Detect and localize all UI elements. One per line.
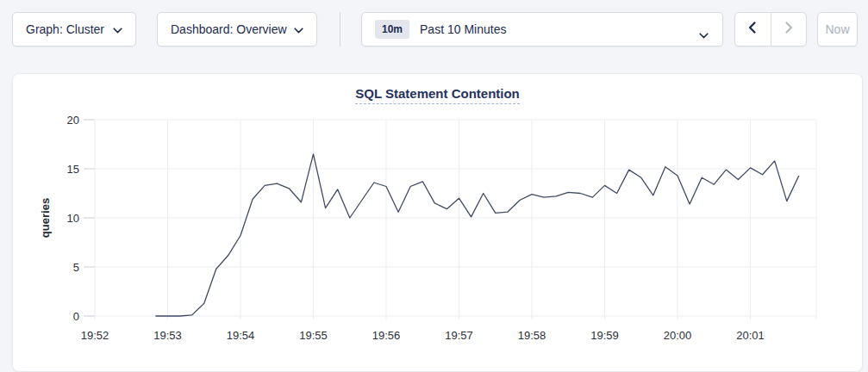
- x-tick-label: 19:55: [299, 329, 328, 342]
- x-tick-label: 19:54: [227, 329, 255, 342]
- step-forward-button[interactable]: [771, 13, 807, 46]
- x-tick-label: 19:56: [372, 329, 401, 342]
- sql-statement-contention-chart[interactable]: 0510152019:5219:5319:5419:5519:5619:5719…: [13, 107, 862, 371]
- graph-dropdown[interactable]: Graph: Cluster: [12, 12, 136, 46]
- x-tick-label: 20:00: [664, 329, 692, 342]
- x-tick-label: 20:01: [736, 329, 765, 342]
- chevron-down-icon: [699, 28, 709, 41]
- x-tick-label: 19:57: [445, 329, 473, 342]
- x-tick-label: 19:58: [518, 329, 546, 342]
- y-axis-title: queries: [39, 198, 52, 238]
- y-tick-label: 20: [67, 114, 79, 127]
- chevron-down-icon: [113, 22, 122, 36]
- y-tick-label: 10: [67, 212, 79, 225]
- toolbar-divider: [340, 12, 340, 46]
- y-tick-label: 0: [73, 310, 79, 323]
- now-button[interactable]: Now: [817, 12, 858, 46]
- chart-card: SQL Statement Contention 0510152019:5219…: [12, 73, 863, 372]
- chevron-left-icon: [746, 21, 759, 38]
- metrics-toolbar: Graph: Cluster Dashboard: Overview 10m P…: [0, 0, 868, 59]
- chevron-right-icon: [783, 21, 795, 38]
- time-window-label: Past 10 Minutes: [420, 22, 506, 36]
- y-tick-label: 15: [67, 163, 79, 176]
- dashboard-dropdown[interactable]: Dashboard: Overview: [157, 12, 317, 46]
- dashboard-dropdown-label: Dashboard: Overview: [171, 22, 287, 36]
- x-tick-label: 19:52: [81, 329, 109, 342]
- chart-title-row: SQL Statement Contention: [13, 74, 862, 107]
- graph-dropdown-label: Graph: Cluster: [26, 22, 104, 36]
- series-line-queries: [155, 154, 798, 316]
- time-step-controls: [734, 12, 807, 46]
- time-window-badge: 10m: [375, 20, 409, 39]
- time-range-picker[interactable]: 10m Past 10 Minutes: [361, 12, 723, 46]
- step-back-button[interactable]: [735, 13, 771, 46]
- chart-title[interactable]: SQL Statement Contention: [355, 86, 520, 104]
- chevron-down-icon: [294, 22, 303, 36]
- x-tick-label: 19:53: [153, 329, 182, 342]
- now-button-label: Now: [825, 22, 849, 36]
- x-tick-label: 19:59: [590, 329, 619, 342]
- y-tick-label: 5: [73, 261, 79, 274]
